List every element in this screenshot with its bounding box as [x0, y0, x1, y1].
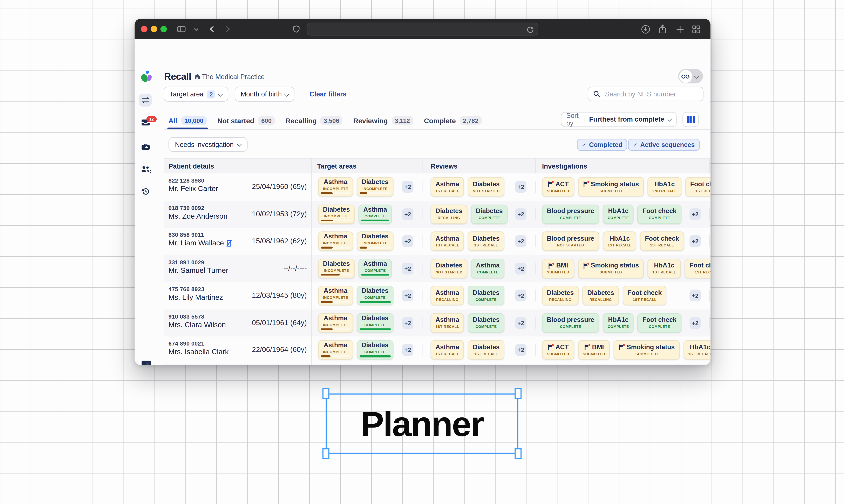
table-row[interactable]: 331 891 0029Mr. Samuel Turner--/--/----D…: [164, 255, 711, 282]
more-chips-pill[interactable]: +2: [402, 290, 413, 302]
review-chip-diabetes[interactable]: DiabetesNOT STARTED: [431, 259, 467, 278]
more-chips-pill[interactable]: +2: [515, 235, 526, 247]
review-chip-diabetes[interactable]: DiabetesCOMPLETE: [468, 313, 504, 332]
investigation-chip-hba1c[interactable]: HbA1c1ST RECALL: [647, 259, 681, 278]
more-chips-pill[interactable]: +2: [515, 317, 526, 329]
table-row[interactable]: 822 128 3980Mr. Felix Carter25/04/1960 (…: [164, 173, 711, 200]
target-chip-diabetes[interactable]: DiabetesINCOMPLETE: [318, 259, 355, 278]
target-chip-diabetes[interactable]: DiabetesCOMPLETE: [357, 340, 393, 360]
review-chip-asthma[interactable]: Asthma1ST RECALL: [431, 340, 464, 360]
back-icon[interactable]: [209, 26, 214, 32]
target-chip-asthma[interactable]: AsthmaINCOMPLETE: [318, 340, 353, 360]
history-icon[interactable]: [141, 187, 150, 196]
target-chip-asthma[interactable]: AsthmaINCOMPLETE: [318, 286, 353, 305]
more-chips-pill[interactable]: +2: [402, 208, 413, 220]
selection-handle-top-left[interactable]: [322, 388, 329, 399]
target-area-filter[interactable]: Target area 2: [164, 87, 228, 102]
address-bar[interactable]: [307, 23, 538, 36]
forward-icon[interactable]: [226, 26, 231, 32]
target-chip-diabetes[interactable]: DiabetesINCOMPLETE: [318, 204, 355, 224]
target-chip-asthma[interactable]: AsthmaCOMPLETE: [359, 259, 392, 278]
review-chip-asthma[interactable]: Asthma1ST RECALL: [431, 232, 464, 251]
selection-handle-bottom-right[interactable]: [515, 448, 522, 459]
target-chip-diabetes[interactable]: DiabetesINCOMPLETE: [357, 177, 393, 197]
more-chips-pill[interactable]: +2: [402, 235, 413, 247]
review-chip-diabetes[interactable]: Diabetes1ST RECALL: [468, 232, 504, 251]
needs-investigation-dropdown[interactable]: Needs investigation: [168, 137, 248, 152]
more-chips-pill[interactable]: +2: [515, 263, 526, 274]
target-chip-asthma[interactable]: AsthmaINCOMPLETE: [318, 177, 353, 197]
investigation-chip-hba1c[interactable]: HbA1c1ST RECALL: [683, 340, 711, 360]
target-chip-asthma[interactable]: AsthmaINCOMPLETE: [318, 232, 353, 251]
columns-button[interactable]: [682, 112, 699, 127]
tab-group-chevron-icon[interactable]: [194, 28, 199, 31]
tab-complete[interactable]: Complete2,782: [424, 112, 482, 129]
more-chips-pill[interactable]: +2: [689, 317, 701, 329]
investigation-chip-hba1c[interactable]: HbA1cCOMPLETE: [603, 204, 634, 224]
table-row[interactable]: 910 033 5578Mrs. Clara Wilson05/01/1961 …: [164, 309, 711, 337]
investigation-chip-foot-check[interactable]: Foot check1ST RECALL: [685, 259, 711, 278]
table-row[interactable]: 830 858 9011Mr. Liam Wallace15/08/1962 (…: [164, 228, 711, 255]
reload-icon[interactable]: [526, 26, 534, 33]
patients-icon[interactable]: [141, 165, 151, 174]
selection-handle-bottom-left[interactable]: [322, 448, 329, 459]
investigation-chip-hba1c[interactable]: HbA1c2ND RECALL: [647, 177, 681, 197]
investigation-chip-diabetes[interactable]: DiabetesRECALLING: [542, 286, 579, 305]
cards-icon[interactable]: [141, 359, 151, 365]
investigation-chip-bmi[interactable]: BMISUBMITTED: [542, 259, 574, 278]
clear-filters-link[interactable]: Clear filters: [309, 90, 346, 98]
target-chip-asthma[interactable]: AsthmaINCOMPLETE: [318, 313, 353, 332]
shield-icon[interactable]: [292, 25, 300, 33]
investigation-chip-foot-check[interactable]: Foot check1ST RECALL: [685, 177, 711, 197]
investigation-chip-diabetes[interactable]: DiabetesRECALLING: [582, 286, 619, 305]
close-button[interactable]: [141, 26, 147, 32]
tab-recalling[interactable]: Recalling3,506: [286, 112, 342, 129]
more-chips-pill[interactable]: +2: [515, 208, 526, 220]
investigation-chip-smoking-status[interactable]: Smoking statusSUBMITTED: [578, 177, 644, 197]
more-chips-pill[interactable]: +2: [515, 181, 526, 193]
tab-all[interactable]: All10,000: [168, 112, 207, 129]
active-sequences-toggle[interactable]: Active sequences: [628, 139, 700, 151]
investigation-chip-hba1c[interactable]: HbA1cCOMPLETE: [603, 313, 634, 332]
review-chip-diabetes[interactable]: DiabetesCOMPLETE: [468, 286, 504, 305]
table-row[interactable]: 382 748 8390Mr. Julian Scott18/09/1938 (…: [164, 364, 711, 365]
review-chip-asthma[interactable]: AsthmaRECALLING: [431, 286, 464, 305]
target-chip-diabetes[interactable]: DiabetesINCOMPLETE: [357, 232, 393, 251]
investigation-chip-smoking-status[interactable]: Smoking statusSUBMITTED: [614, 340, 680, 360]
investigation-chip-act[interactable]: ACTSUBMITTED: [542, 177, 574, 197]
sidebar-toggle-icon[interactable]: [177, 26, 186, 32]
investigation-chip-blood-pressure[interactable]: Blood pressureCOMPLETE: [542, 313, 599, 332]
more-chips-pill[interactable]: +2: [689, 208, 701, 220]
downloads-icon[interactable]: [641, 25, 650, 34]
review-chip-diabetes[interactable]: DiabetesRECALLING: [431, 204, 467, 224]
investigation-chip-hba1c[interactable]: HbA1c1ST RECALL: [603, 232, 636, 251]
avatar[interactable]: CG: [678, 69, 703, 84]
more-chips-pill[interactable]: +2: [689, 235, 701, 247]
review-chip-asthma[interactable]: AsthmaCOMPLETE: [471, 259, 504, 278]
planner-canvas-item[interactable]: Planner: [326, 394, 518, 454]
tab-not-started[interactable]: Not started600: [217, 112, 275, 129]
share-icon[interactable]: [658, 24, 667, 34]
more-chips-pill[interactable]: +2: [515, 344, 526, 356]
investigation-chip-foot-check[interactable]: Foot check1ST RECALL: [640, 232, 684, 251]
completed-toggle[interactable]: Completed: [577, 139, 627, 151]
search-input[interactable]: [604, 90, 698, 98]
investigation-chip-smoking-status[interactable]: Smoking statusSUBMITTED: [578, 259, 644, 278]
table-row[interactable]: 475 766 8923Ms. Lily Martinez12/03/1945 …: [164, 282, 711, 309]
selection-handle-top-right[interactable]: [515, 388, 522, 399]
investigation-chip-blood-pressure[interactable]: Blood pressureNOT STARTED: [542, 232, 599, 251]
more-chips-pill[interactable]: +2: [689, 290, 701, 302]
investigation-chip-foot-check[interactable]: Foot check1ST RECALL: [623, 286, 667, 305]
table-row[interactable]: 918 739 0092Ms. Zoe Anderson10/02/1953 (…: [164, 200, 711, 228]
more-chips-pill[interactable]: +2: [402, 344, 413, 356]
sequences-icon[interactable]: [141, 96, 150, 105]
search-box[interactable]: [588, 87, 704, 101]
more-chips-pill[interactable]: +2: [402, 181, 413, 193]
tab-overview-icon[interactable]: [692, 25, 700, 33]
table-row[interactable]: 674 890 0021Mrs. Isabella Clark22/06/196…: [164, 337, 711, 364]
zoom-button[interactable]: [160, 26, 167, 32]
tasks-icon[interactable]: [141, 142, 150, 151]
investigation-chip-foot-check[interactable]: Foot checkCOMPLETE: [638, 204, 681, 224]
target-chip-diabetes[interactable]: DiabetesCOMPLETE: [357, 286, 393, 305]
planner-text[interactable]: Planner: [361, 406, 483, 441]
